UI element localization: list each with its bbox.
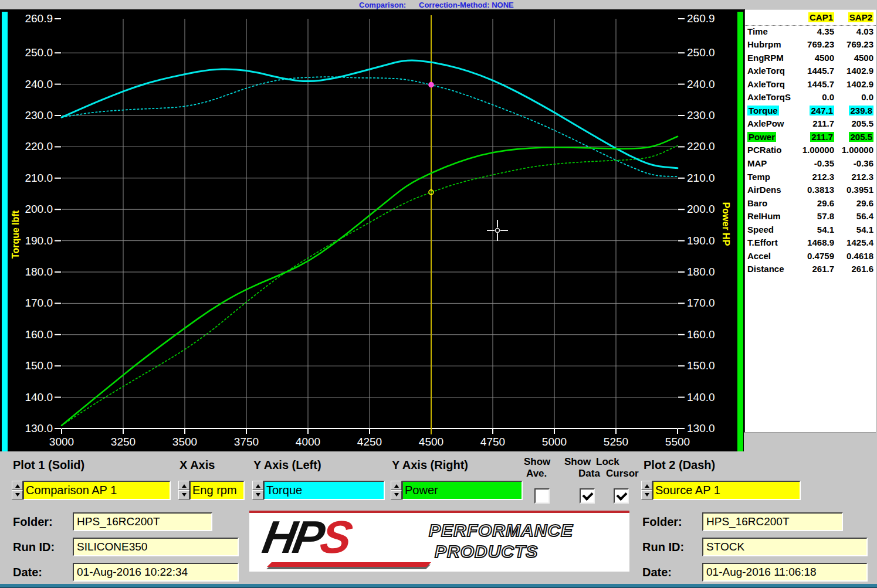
show-ave-label-1: Show <box>524 456 550 468</box>
panel-row-label: Torque <box>747 106 779 115</box>
y-axis-left-spinner[interactable] <box>252 481 263 500</box>
panel-value-sap2: 769.23 <box>846 39 873 49</box>
spinner-down-icon[interactable] <box>178 490 189 499</box>
date-label-left: Date: <box>13 566 42 579</box>
show-data-label-2: Data <box>578 468 600 480</box>
show-data-label-1: Show <box>564 456 591 468</box>
panel-value-cap1: 0.3813 <box>807 185 834 195</box>
panel-row-PCRatio: PCRatio1.000001.00000 <box>745 144 876 158</box>
folder-field-left[interactable]: HPS_16RC200T <box>73 512 212 531</box>
plot1-select[interactable]: Comparison AP 1 <box>23 481 171 500</box>
panel-row-label: AxleTorq <box>747 79 785 89</box>
panel-row-Temp: Temp212.3212.3 <box>745 171 876 185</box>
panel-value-cap1: 0.0 <box>822 92 834 102</box>
hps-logo-text: HPS <box>259 511 353 564</box>
panel-row-EngRPM: EngRPM45004500 <box>745 52 876 66</box>
panel-row-Baro: Baro29.629.6 <box>745 198 876 211</box>
spinner-up-icon[interactable] <box>391 481 402 490</box>
panel-value-cap1: 1.00000 <box>802 145 834 155</box>
show-ave-checkbox[interactable] <box>534 488 550 504</box>
date-field-left[interactable]: 01-Aug-2016 10:22:34 <box>73 563 239 582</box>
lock-cursor-label-1: Lock <box>596 456 619 468</box>
date-field-right[interactable]: 01-Aug-2016 11:06:18 <box>702 563 868 582</box>
panel-value-sap2: 29.6 <box>856 198 873 208</box>
show-data-checkbox[interactable] <box>580 488 595 504</box>
window-bottom-edge <box>0 584 877 588</box>
plot1-spinner[interactable] <box>12 481 23 500</box>
correction-method-label: Correction-Method: NONE <box>419 1 514 9</box>
panel-value-cap1: 54.1 <box>817 225 834 234</box>
panel-row-label: T.Effort <box>747 237 778 247</box>
lock-cursor-checkbox[interactable] <box>614 488 629 504</box>
panel-row-label: RelHum <box>747 211 781 221</box>
panel-value-cap1: 1445.7 <box>807 66 834 76</box>
spinner-down-icon[interactable] <box>252 490 263 499</box>
plot1-label: Plot 1 (Solid) <box>13 458 84 472</box>
panel-row-label: Accel <box>747 251 771 261</box>
y-axis-right-select[interactable]: Power <box>402 481 523 500</box>
run-id-label-left: Run ID: <box>13 541 55 554</box>
panel-value-cap1: 247.1 <box>810 106 834 115</box>
panel-row-Speed: Speed54.154.1 <box>745 224 876 237</box>
plot2-label: Plot 2 (Dash) <box>644 458 715 472</box>
panel-row-label: AxleTorqS <box>747 92 791 102</box>
panel-row-AirDens: AirDens0.38130.3951 <box>745 184 876 198</box>
plot2-select[interactable]: Source AP 1 <box>652 481 801 500</box>
panel-row-Torque: Torque247.1239.8 <box>745 105 876 118</box>
panel-value-sap2: 4.03 <box>856 26 873 36</box>
panel-row-label: Distance <box>747 264 784 274</box>
panel-value-cap1: CAP1 <box>808 12 834 22</box>
panel-value-sap2: 0.0 <box>861 92 873 102</box>
panel-row-AxleTorq: AxleTorq1445.71402.9 <box>745 79 876 92</box>
x-axis-select[interactable]: Eng rpm <box>189 481 245 500</box>
x-axis-spinner[interactable] <box>178 481 189 500</box>
panel-row-Accel: Accel0.47590.4618 <box>745 250 876 264</box>
panel-row-Time: Time4.354.03 <box>745 26 876 39</box>
panel-row-label: Temp <box>747 172 770 182</box>
panel-row-label: AxleTorq <box>747 66 785 76</box>
hps-logo-products: PRODUCTS <box>435 541 573 562</box>
panel-value-sap2: 1425.4 <box>846 237 873 247</box>
spinner-down-icon[interactable] <box>391 490 402 499</box>
panel-value-sap2: 205.5 <box>849 132 873 142</box>
panel-value-cap1: 0.4759 <box>807 251 834 261</box>
panel-row-MAP: MAP-0.35-0.36 <box>745 158 876 171</box>
spinner-down-icon[interactable] <box>641 490 652 499</box>
left-axis-color-stripe <box>2 12 8 451</box>
panel-row-Power: Power211.7205.5 <box>745 131 876 145</box>
spinner-up-icon[interactable] <box>178 481 189 490</box>
panel-value-cap1: 1445.7 <box>807 79 834 89</box>
panel-value-sap2: 56.4 <box>856 211 873 221</box>
run-id-field-left[interactable]: SILICONE350 <box>73 538 239 556</box>
hps-logo-tagline: PERFORMANCE PRODUCTS <box>429 520 573 562</box>
folder-field-right[interactable]: HPS_16RC200T <box>702 512 843 531</box>
hps-logo-hp: HP <box>259 511 326 563</box>
show-ave-label-2: Ave. <box>526 468 547 480</box>
panel-value-cap1: 211.7 <box>812 118 834 128</box>
panel-row-label: Speed <box>747 225 774 234</box>
panel-value-sap2: 1402.9 <box>846 79 873 89</box>
panel-row-AxleTorqS: AxleTorqS0.00.0 <box>745 91 876 105</box>
y-axis-right-title: Power HP <box>720 202 731 246</box>
y-axis-right-label: Y Axis (Right) <box>392 458 468 472</box>
panel-row-Hubrpm: Hubrpm769.23769.23 <box>745 39 876 52</box>
run-id-label-right: Run ID: <box>642 541 684 554</box>
panel-value-sap2: 205.5 <box>851 118 873 128</box>
spinner-up-icon[interactable] <box>12 481 23 490</box>
date-label-right: Date: <box>642 566 672 579</box>
y-axis-left-select[interactable]: Torque <box>263 481 385 500</box>
y-axis-right-spinner[interactable] <box>391 481 402 500</box>
panel-row-label: PCRatio <box>747 145 781 155</box>
top-header-strip: Comparison: Correction-Method: NONE <box>0 0 877 9</box>
checkmark-icon <box>582 490 593 501</box>
panel-value-cap1: 29.6 <box>817 198 834 208</box>
spinner-down-icon[interactable] <box>12 490 23 499</box>
spinner-up-icon[interactable] <box>252 481 263 490</box>
plot2-spinner[interactable] <box>641 481 652 500</box>
run-id-field-right[interactable]: STOCK <box>702 538 868 556</box>
panel-value-sap2: 0.3951 <box>846 185 873 195</box>
panel-row-label: MAP <box>747 158 767 168</box>
spinner-up-icon[interactable] <box>641 481 652 490</box>
panel-value-cap1: 211.7 <box>810 132 834 142</box>
panel-value-cap1: 261.7 <box>812 264 834 274</box>
